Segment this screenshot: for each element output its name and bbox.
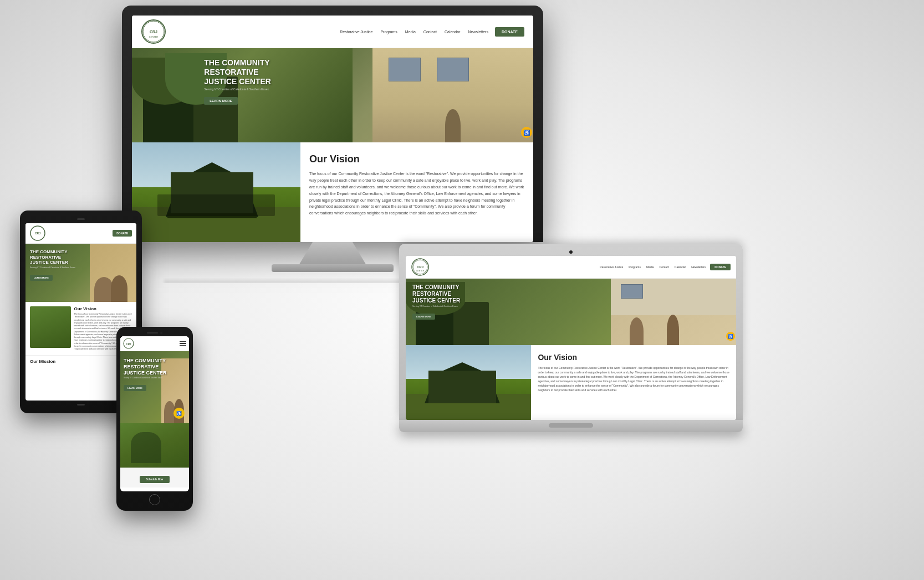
desktop-monitor: CRJ CENTER Restorative Justice Programs …: [122, 6, 543, 272]
monitor-stand: [299, 242, 366, 264]
scene: CRJ CENTER Restorative Justice Programs …: [0, 0, 924, 580]
laptop-vision-heading: Our Vision: [538, 353, 729, 362]
phone-schedule-area: Schedule Now: [120, 468, 189, 487]
tablet-hero-text: THE COMMUNITY RESTORATIVE JUSTICE CENTER…: [30, 249, 75, 281]
monitor-base: [272, 264, 394, 272]
phone-header: CRJ: [120, 336, 189, 351]
hero-text: THE COMMUNITY RESTORATIVE JUSTICE CENTER…: [204, 58, 271, 105]
laptop-hero-text: THE COMMUNITY RESTORATIVE JUSTICE CENTER…: [412, 284, 460, 320]
gazebo-image: [132, 142, 300, 242]
learn-more-button[interactable]: LEARN MORE: [204, 97, 237, 105]
laptop-device: CRJ CENTER Restorative Justice Programs …: [399, 244, 743, 432]
gazebo-vision-section: Our Vision The focus of our Community Re…: [132, 142, 533, 242]
laptop-accessibility-badge: ♿: [726, 332, 735, 341]
laptop-nav-contact[interactable]: Contact: [660, 265, 669, 269]
phone-accessibility-badge: ♿: [173, 408, 185, 419]
laptop-nav-programs[interactable]: Programs: [629, 265, 641, 269]
laptop-hero-subtext: Serving VT Counties of Caledonia & South…: [412, 305, 460, 307]
laptop-nav-media[interactable]: Media: [646, 265, 654, 269]
svg-text:CENTER: CENTER: [149, 35, 159, 38]
laptop-nav-rj[interactable]: Restorative Justice: [600, 265, 623, 269]
tablet-learn-more[interactable]: LEARN MORE: [30, 275, 53, 281]
vision-heading: Our Vision: [309, 153, 524, 165]
vision-text-area: Our Vision The focus of our Community Re…: [300, 142, 533, 242]
tablet-hero-photo: [90, 244, 136, 302]
desktop-website: CRJ CENTER Restorative Justice Programs …: [132, 16, 533, 242]
phone-logo: CRJ: [123, 338, 134, 349]
nav-restorative-justice[interactable]: Restorative Justice: [340, 30, 372, 34]
svg-text:CENTER: CENTER: [416, 270, 425, 272]
laptop-nav-newsletters[interactable]: Newsletters: [691, 265, 706, 269]
site-header: CRJ CENTER Restorative Justice Programs …: [132, 16, 533, 48]
svg-text:CRJ: CRJ: [417, 265, 423, 269]
svg-text:CRJ: CRJ: [35, 232, 40, 235]
svg-text:CRJ: CRJ: [126, 343, 131, 346]
laptop-website: CRJ CENTER Restorative Justice Programs …: [406, 256, 736, 420]
laptop-logo: CRJ CENTER: [411, 258, 429, 276]
laptop-vision-text: Our Vision The focus of our Community Re…: [531, 345, 736, 420]
donate-button[interactable]: DONATE: [495, 27, 524, 37]
hero-photo-right: [372, 48, 533, 142]
laptop-gazebo-image: [406, 345, 531, 420]
svg-text:CRJ: CRJ: [150, 30, 157, 34]
nav-newsletters[interactable]: Newsletters: [468, 30, 488, 34]
phone-frame: CRJ: [116, 327, 193, 511]
tablet-logo: CRJ: [30, 225, 45, 241]
laptop-vision-body: The focus of our Community Restorative J…: [538, 366, 729, 392]
laptop-vision-gazebo: Our Vision The focus of our Community Re…: [406, 345, 736, 420]
hero-subtext: Serving VT Counties of Caledonia & South…: [204, 88, 271, 91]
laptop-header: CRJ CENTER Restorative Justice Programs …: [406, 256, 736, 279]
laptop-lid: CRJ CENTER Restorative Justice Programs …: [399, 244, 743, 420]
laptop-hero: THE COMMUNITY RESTORATIVE JUSTICE CENTER…: [406, 279, 736, 345]
vision-body: The focus of our Community Restorative J…: [309, 171, 524, 217]
hero-section: THE COMMUNITY RESTORATIVE JUSTICE CENTER…: [132, 48, 533, 142]
site-logo: CRJ CENTER: [141, 19, 166, 44]
site-navigation: Restorative Justice Programs Media Conta…: [340, 30, 488, 34]
laptop-hero-heading: THE COMMUNITY RESTORATIVE JUSTICE CENTER: [412, 284, 460, 304]
phone-hero-text: THE COMMUNITY RESTORATIVE JUSTICE CENTER…: [124, 358, 169, 391]
laptop-navigation: Restorative Justice Programs Media Conta…: [600, 265, 706, 269]
laptop-hero-photo: [611, 279, 736, 345]
hero-heading: THE COMMUNITY RESTORATIVE JUSTICE CENTER: [204, 58, 271, 86]
nav-contact[interactable]: Contact: [423, 30, 437, 34]
laptop-screen: CRJ CENTER Restorative Justice Programs …: [406, 256, 736, 420]
phone-gazebo-image: [120, 423, 189, 468]
schedule-button[interactable]: Schedule Now: [140, 476, 170, 483]
tablet-header: CRJ DONATE: [25, 223, 136, 244]
phone-hero: THE COMMUNITY RESTORATIVE JUSTICE CENTER…: [120, 351, 189, 423]
tablet-gazebo-image: [30, 306, 71, 348]
nav-media[interactable]: Media: [405, 30, 416, 34]
phone-hero-heading: THE COMMUNITY RESTORATIVE JUSTICE CENTER: [124, 358, 169, 376]
accessibility-badge: ♿: [521, 127, 532, 138]
tablet-vision-heading: Our Vision: [74, 306, 132, 311]
tablet-hero-heading: THE COMMUNITY RESTORATIVE JUSTICE CENTER: [30, 249, 75, 265]
phone-website: CRJ: [120, 336, 189, 487]
nav-calendar[interactable]: Calendar: [445, 30, 460, 34]
monitor-screen: CRJ CENTER Restorative Justice Programs …: [132, 16, 533, 242]
laptop-nav-calendar[interactable]: Calendar: [675, 265, 686, 269]
nav-programs[interactable]: Programs: [380, 30, 397, 34]
phone-learn-more[interactable]: LEARN MORE: [124, 385, 146, 391]
monitor-frame: CRJ CENTER Restorative Justice Programs …: [122, 6, 543, 242]
laptop-body: [399, 420, 743, 432]
tablet-hero-subtext: Serving VT Counties of Caledonia & South…: [30, 266, 75, 269]
phone-hero-subtext: Serving VT Counties of Caledonia & South…: [124, 377, 169, 379]
phone-screen: CRJ: [120, 336, 189, 491]
laptop-donate-button[interactable]: DONATE: [710, 264, 731, 270]
phone-device: CRJ: [116, 327, 193, 511]
laptop-learn-more[interactable]: LEARN MORE: [412, 314, 435, 320]
tablet-donate-button[interactable]: DONATE: [113, 230, 132, 237]
tablet-hero: THE COMMUNITY RESTORATIVE JUSTICE CENTER…: [25, 244, 136, 302]
hamburger-menu[interactable]: [180, 341, 186, 346]
